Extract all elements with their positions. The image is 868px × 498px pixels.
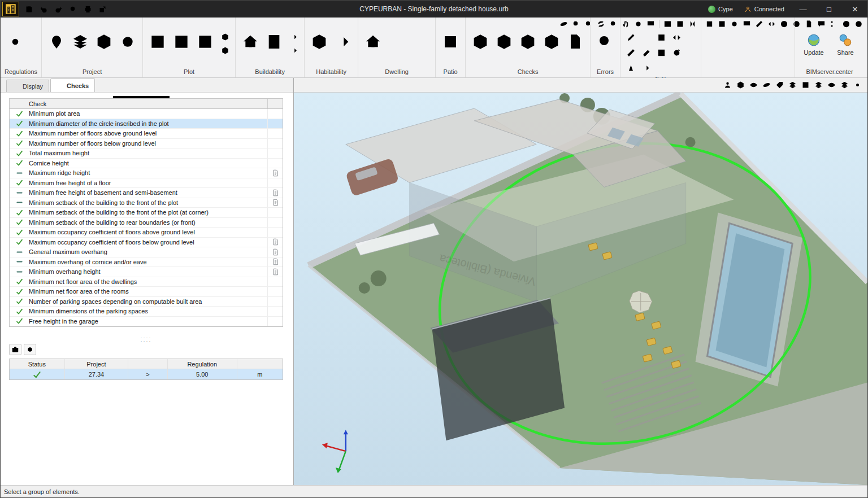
check-volume-4-button[interactable] [541, 31, 562, 53]
export-icon[interactable] [96, 3, 108, 15]
layer-sets-icon[interactable] [813, 80, 824, 90]
minimize-button[interactable]: — [791, 1, 815, 18]
habitability-assign-button[interactable] [332, 31, 354, 53]
plot-area-button[interactable] [194, 31, 216, 53]
compass-icon[interactable] [779, 19, 789, 29]
close-button[interactable]: ✕ [843, 1, 867, 18]
hidden-lines-icon[interactable] [748, 80, 759, 90]
check-volume-2-button[interactable] [493, 31, 515, 53]
check-volume-3-button[interactable] [517, 31, 539, 53]
edit-move-button[interactable] [640, 31, 653, 44]
check-volume-1-button[interactable] [470, 31, 491, 53]
buildability-table-button[interactable] [263, 31, 285, 53]
plot-above-button[interactable] [219, 31, 231, 43]
report-icon[interactable] [267, 168, 283, 178]
plot-edit-button[interactable] [171, 31, 192, 53]
check-row[interactable]: Minimum overhang height [10, 267, 283, 277]
report-icon[interactable] [267, 267, 283, 277]
check-row[interactable]: Maximum occupancy coefficient of floors … [10, 228, 283, 238]
report-icon[interactable] [267, 188, 283, 198]
check-row[interactable]: Minimum net floor area of the dwellings [10, 277, 283, 287]
check-row[interactable]: Minimum setback of the building to rear … [10, 218, 283, 228]
tab-checks[interactable]: Checks [50, 78, 95, 92]
edit-extend-button[interactable] [640, 62, 653, 75]
check-row[interactable]: Minimum dimensions of the parking spaces [10, 307, 283, 317]
undo-icon[interactable] [37, 3, 50, 15]
edit-draw-button[interactable] [624, 31, 637, 44]
green-grid-icon[interactable] [800, 80, 811, 90]
app-logo-icon[interactable] [2, 2, 19, 16]
check-row[interactable]: Cornice height [10, 159, 283, 169]
add-dwelling-button[interactable] [386, 31, 407, 53]
report-icon[interactable] [267, 198, 283, 208]
tags-icon[interactable] [774, 80, 785, 90]
drawing-grid-icon[interactable] [717, 19, 727, 29]
panel-splitter[interactable]: ········ [9, 336, 283, 342]
results-header[interactable]: Status Project Regulation [10, 359, 283, 369]
reference-point-button[interactable] [117, 31, 138, 53]
measure-icon[interactable] [754, 19, 765, 29]
report-icon[interactable] [267, 257, 283, 267]
check-row[interactable]: Minimum free height of a floor [10, 178, 283, 189]
check-row[interactable]: Number of parking spaces depending on co… [10, 297, 283, 307]
maximize-button[interactable]: □ [817, 1, 841, 18]
view-options-icon[interactable] [852, 80, 863, 90]
checks-table-header[interactable]: Check [10, 99, 283, 109]
connection-button[interactable]: Connected [739, 6, 789, 13]
model-button[interactable] [93, 31, 115, 53]
3d-viewport[interactable]: Vivienda (Biblioteca [294, 93, 867, 485]
human-scale-icon[interactable] [722, 80, 733, 90]
monitors-icon[interactable] [741, 19, 752, 29]
zoom-icon[interactable] [67, 3, 79, 15]
edit-copy-button[interactable] [655, 46, 668, 59]
check-row[interactable]: Maximum number of floors below ground le… [10, 139, 283, 149]
element-stack-icon[interactable] [839, 80, 850, 90]
save-icon[interactable] [23, 3, 35, 15]
report-icon[interactable] [267, 247, 283, 257]
locate-button[interactable] [24, 344, 36, 355]
result-row[interactable]: 27.34 > 5.00 m [10, 369, 283, 379]
check-row[interactable]: Minimum setback of the building to the f… [10, 208, 283, 218]
export-levels-button[interactable] [288, 45, 300, 56]
check-row[interactable]: Minimum diameter of the circle inscribed… [10, 119, 283, 129]
check-row[interactable]: Maximum ridge height [10, 168, 283, 178]
check-row[interactable]: General maximum overhang [10, 247, 283, 257]
edit-erase-button[interactable] [640, 46, 653, 59]
check-row[interactable]: Minimum free height of basement and semi… [10, 188, 283, 198]
visibility-icon[interactable] [826, 80, 837, 90]
check-row[interactable]: Minimum net floor area of the rooms [10, 287, 283, 297]
edit-measure-button[interactable] [624, 46, 637, 59]
edit-rectangle-button[interactable] [655, 31, 668, 44]
account-button[interactable]: Cype [703, 6, 738, 13]
print-icon[interactable] [81, 3, 94, 15]
update-button[interactable]: Update [799, 31, 828, 58]
corner-reference-icon[interactable] [766, 19, 777, 29]
green-layers-icon[interactable] [787, 80, 798, 90]
delete-dwelling-button[interactable] [410, 31, 431, 53]
orbit-tool-icon[interactable] [761, 80, 772, 90]
patio-button[interactable] [440, 31, 461, 53]
check-row[interactable]: Total maximum height [10, 148, 283, 159]
share-button[interactable]: Share [831, 31, 860, 58]
redo-icon[interactable] [52, 3, 64, 15]
check-report-button[interactable] [565, 31, 586, 53]
location-button[interactable] [46, 31, 67, 53]
plot-define-button[interactable] [147, 31, 168, 53]
habitability-volume-button[interactable] [309, 31, 330, 53]
buildable-volume-button[interactable] [240, 31, 261, 53]
check-row[interactable]: Free height in the garage [10, 317, 283, 327]
report-icon[interactable] [267, 238, 283, 247]
edit-mirror-button[interactable] [670, 31, 683, 44]
check-row[interactable]: Maximum number of floors above ground le… [10, 129, 283, 139]
tab-display[interactable]: Display [6, 80, 49, 92]
plot-below-button[interactable] [219, 45, 231, 56]
window-layout-icon[interactable] [704, 19, 715, 29]
check-row[interactable]: Minimum setback of the building to the f… [10, 198, 283, 208]
import-levels-button[interactable] [288, 31, 300, 43]
errors-button[interactable] [594, 31, 616, 53]
edit-rotate-button[interactable] [670, 46, 683, 59]
isometric-view-icon[interactable] [735, 80, 746, 90]
check-row[interactable]: Maximum overhang of cornice and/or eave [10, 257, 283, 268]
axes-icon[interactable] [729, 19, 740, 29]
snapshot-button[interactable] [9, 344, 21, 355]
